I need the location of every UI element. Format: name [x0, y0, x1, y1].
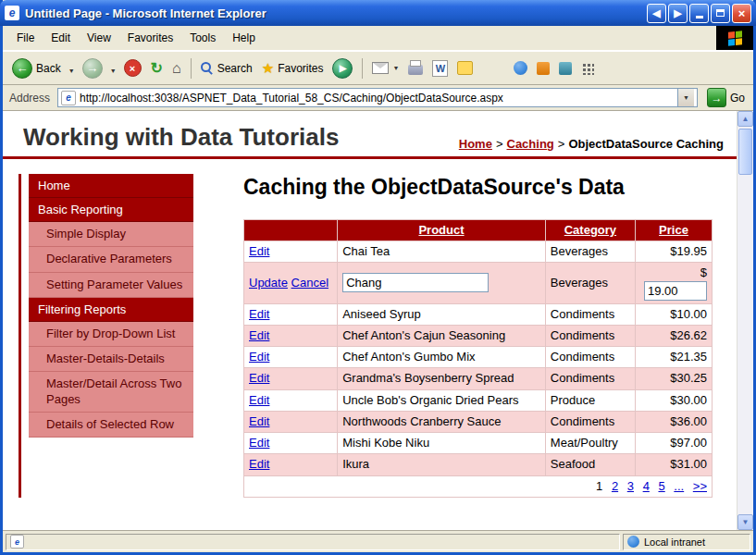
maximize-icon	[716, 9, 725, 17]
sort-product-link[interactable]: Product	[418, 223, 464, 237]
menu-view[interactable]: View	[79, 28, 119, 48]
menu-favorites[interactable]: Favorites	[119, 28, 181, 48]
go-button[interactable]: → Go	[702, 88, 750, 107]
stop-button[interactable]: ×	[120, 57, 145, 79]
product-cell: Northwoods Cranberry Sauce	[338, 411, 546, 432]
scroll-up-button[interactable]: ▲	[737, 111, 753, 127]
vertical-scrollbar[interactable]: ▲ ▼	[737, 111, 753, 530]
breadcrumb-separator: >	[558, 137, 565, 151]
back-history-dropdown[interactable]: ▼	[67, 60, 77, 77]
menu-file[interactable]: File	[8, 28, 43, 48]
print-button[interactable]	[404, 60, 427, 77]
edit-link[interactable]: Edit	[249, 244, 269, 258]
intranet-globe-icon	[627, 536, 639, 548]
edit-link[interactable]: Edit	[249, 393, 269, 407]
sidebar-item-simple-display[interactable]: Simple Display	[29, 222, 193, 247]
discuss-icon	[457, 61, 473, 75]
research-button[interactable]	[533, 59, 553, 77]
product-cell: Chef Anton's Gumbo Mix	[338, 347, 546, 368]
windows-logo	[716, 26, 753, 50]
home-button[interactable]: ⌂	[168, 58, 185, 79]
forward-icon: →	[82, 58, 103, 79]
close-button[interactable]: ×	[732, 4, 751, 23]
address-input[interactable]: e http://localhost:3038/ASPNET_Data_Tuto…	[57, 88, 698, 107]
tools-icon	[559, 62, 572, 75]
pager-page-5-link[interactable]: 5	[658, 479, 664, 493]
forward-history-dropdown[interactable]: ▼	[108, 60, 118, 77]
sidebar-item-master-detail-two-pages[interactable]: Master/Detail Across Two Pages	[29, 372, 193, 413]
sidebar-section-filtering-reports[interactable]: Filtering Reports	[29, 298, 193, 322]
discuss-button[interactable]	[453, 59, 477, 77]
address-dropdown[interactable]: ▼	[677, 89, 694, 106]
product-cell: Aniseed Syrup	[338, 303, 546, 325]
breadcrumb-current: ObjectDataSource Caching	[568, 137, 724, 151]
pager-page-4-link[interactable]: 4	[643, 479, 650, 493]
scrollbar-track[interactable]	[737, 127, 753, 514]
address-url: http://localhost:3038/ASPNET_Data_Tutori…	[80, 92, 674, 105]
edit-link[interactable]: Edit	[249, 307, 269, 321]
forward-button[interactable]: →	[79, 56, 106, 80]
pager-page-2-link[interactable]: 2	[612, 479, 618, 493]
back-button[interactable]: ← Back	[8, 56, 65, 80]
category-cell: Seafood	[545, 454, 635, 475]
favorites-label: Favorites	[278, 62, 323, 75]
pager-ellipsis-link[interactable]: ...	[674, 479, 684, 493]
menu-edit[interactable]: Edit	[43, 28, 79, 48]
sort-price-link[interactable]: Price	[659, 223, 688, 237]
sort-category-link[interactable]: Category	[564, 223, 616, 237]
category-cell: Condiments	[545, 303, 635, 325]
sidebar-item-filter-by-dropdown-list[interactable]: Filter by Drop-Down List	[29, 322, 193, 347]
grid-button[interactable]	[577, 59, 598, 77]
titlebar-extra-right-button[interactable]: ▶	[668, 4, 688, 23]
category-cell: Produce	[545, 389, 635, 411]
minimize-button[interactable]	[689, 4, 709, 23]
scrollbar-thumb[interactable]	[738, 129, 752, 175]
titlebar-extra-left-button[interactable]: ◀	[647, 4, 666, 23]
favorites-button[interactable]: ★ Favorites	[258, 58, 328, 79]
table-row: Edit Uncle Bob's Organic Dried Pears Pro…	[244, 389, 713, 411]
messenger-button[interactable]	[510, 59, 531, 77]
sidebar-item-master-details-details[interactable]: Master-Details-Details	[29, 347, 193, 372]
refresh-button[interactable]: ↻	[147, 57, 167, 79]
menu-help[interactable]: Help	[224, 28, 264, 48]
category-cell: Beverages	[545, 241, 635, 263]
maximize-button[interactable]	[711, 4, 730, 23]
update-link[interactable]: Update	[249, 276, 288, 290]
up-arrow-icon: ▲	[742, 115, 750, 123]
mail-button[interactable]: ▼	[368, 60, 403, 76]
breadcrumb-home-link[interactable]: Home	[459, 137, 492, 151]
edit-link[interactable]: Edit	[249, 436, 269, 450]
edit-link[interactable]: Edit	[249, 457, 269, 471]
scroll-down-button[interactable]: ▼	[737, 514, 753, 530]
menu-tools[interactable]: Tools	[181, 28, 224, 48]
research-icon	[537, 62, 550, 75]
sidebar-item-home[interactable]: Home	[29, 174, 193, 198]
ie-page-icon: e	[5, 6, 19, 20]
pager-next-link[interactable]: >>	[693, 479, 707, 493]
menu-bar: File Edit View Favorites Tools Help	[3, 26, 753, 51]
media-button[interactable]: ▶	[328, 56, 356, 80]
cancel-link[interactable]: Cancel	[291, 276, 328, 290]
price-cell: $10.00	[635, 303, 712, 325]
sidebar-item-declarative-parameters[interactable]: Declarative Parameters	[29, 247, 193, 272]
edit-link[interactable]: Edit	[249, 350, 269, 364]
search-button[interactable]: Search	[197, 60, 256, 77]
price-cell: $30.25	[635, 368, 712, 389]
edit-with-word-button[interactable]: W	[428, 58, 452, 79]
edit-link[interactable]: Edit	[249, 371, 269, 385]
product-name-input[interactable]	[342, 273, 489, 292]
price-input[interactable]	[644, 281, 707, 301]
product-cell: Grandma's Boysenberry Spread	[338, 368, 546, 389]
pager-page-3-link[interactable]: 3	[627, 479, 634, 493]
edit-link[interactable]: Edit	[249, 414, 269, 428]
breadcrumb-caching-link[interactable]: Caching	[507, 137, 554, 151]
right-arrow-icon: ▶	[674, 7, 681, 19]
tools-button[interactable]	[555, 59, 576, 77]
category-cell: Condiments	[545, 325, 635, 346]
sidebar-item-details-of-selected-row[interactable]: Details of Selected Row	[29, 413, 193, 438]
status-bar: e Local intranet	[3, 530, 753, 552]
sidebar-section-basic-reporting[interactable]: Basic Reporting	[29, 198, 193, 222]
edit-link[interactable]: Edit	[249, 328, 269, 342]
sidebar-item-setting-parameter-values[interactable]: Setting Parameter Values	[29, 273, 193, 298]
price-cell: $21.35	[635, 347, 712, 368]
